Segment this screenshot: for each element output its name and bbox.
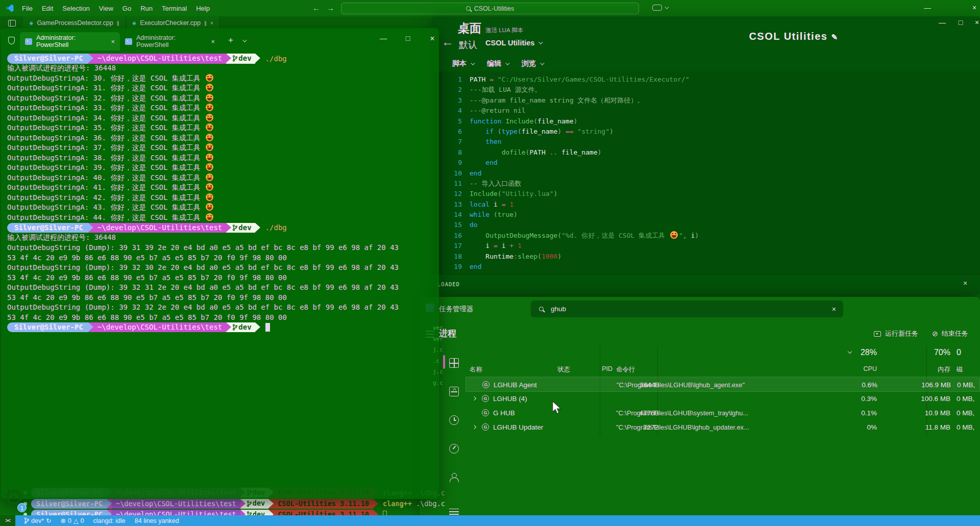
search-input[interactable]: ghub bbox=[551, 305, 566, 313]
close-icon[interactable]: × bbox=[111, 38, 115, 45]
sidebar-item-startup-apps[interactable] bbox=[449, 444, 459, 454]
terminal-output-text: OutputDebugString (Dump): 39 32 32 2e 20… bbox=[7, 303, 399, 311]
menu-item-view[interactable]: View bbox=[94, 5, 118, 12]
mem-total[interactable]: 70% bbox=[886, 348, 950, 357]
column-header-disk[interactable]: 磁 bbox=[957, 365, 963, 374]
column-header-name[interactable]: 名称 bbox=[470, 365, 482, 374]
code-token: , bbox=[683, 231, 691, 241]
script-selector[interactable]: CSOL Utilities bbox=[485, 39, 542, 47]
remote-indicator[interactable]: >< bbox=[0, 515, 15, 526]
column-header-status[interactable]: 状态 bbox=[557, 365, 570, 374]
problems-status[interactable]: ⊗0 △0 bbox=[61, 517, 84, 524]
sidebar-item-details[interactable] bbox=[449, 509, 459, 514]
close-icon[interactable]: × bbox=[210, 20, 213, 26]
code-token: then bbox=[485, 137, 501, 147]
terminal-minimize-button[interactable]: — bbox=[377, 34, 390, 42]
terminal-line: Silver@Silver-PC~\develop\CSOL-Utilities… bbox=[7, 322, 437, 333]
lsp-status[interactable]: clangd: idle bbox=[93, 517, 126, 524]
code-token: ( bbox=[494, 210, 498, 220]
powerline-arrow bbox=[88, 223, 93, 233]
terminal-line: 53 4f 4c 20 e9 9b 86 e6 88 90 e5 b7 a5 e… bbox=[7, 292, 437, 303]
end-task-button[interactable]: ⊘ 结束任务 bbox=[932, 329, 968, 338]
code-line: 15do bbox=[431, 220, 980, 230]
code-line: 1PATH = "C:/Users/Silver/Games/CSOL-Util… bbox=[431, 74, 980, 85]
menu-item-edit[interactable]: Edit bbox=[37, 5, 58, 12]
search-clear-icon[interactable]: × bbox=[832, 305, 836, 313]
console-close-icon[interactable]: × bbox=[963, 279, 967, 287]
split-columns-icon: ∥ bbox=[117, 20, 119, 26]
new-tab-button[interactable]: + bbox=[228, 35, 233, 45]
code-token: do bbox=[470, 220, 478, 230]
menu-item-go[interactable]: Go bbox=[118, 5, 136, 12]
ghub-menu-编辑[interactable]: 编辑 bbox=[487, 59, 508, 68]
ghub-close-button[interactable]: × bbox=[970, 18, 980, 27]
ghub-toolbar: 脚本编辑浏览 bbox=[452, 59, 543, 68]
sidebar-item-performance[interactable] bbox=[449, 387, 459, 396]
command-center[interactable]: CSOL-Utilities bbox=[341, 3, 639, 14]
lua-code-editor[interactable]: 1PATH = "C:/Users/Silver/Games/CSOL-Util… bbox=[431, 71, 980, 274]
branch-status[interactable]: dev* ↻ bbox=[24, 517, 52, 524]
nav-forward-icon[interactable]: → bbox=[327, 4, 334, 12]
vscode-menubar: FileEditSelectionViewGoRunTerminalHelp bbox=[17, 5, 214, 12]
menu-item-help[interactable]: Help bbox=[191, 5, 214, 12]
terminal-content[interactable]: Silver@Silver-PC~\develop\CSOL-Utilities… bbox=[7, 54, 437, 332]
back-arrow-icon[interactable]: ← bbox=[442, 35, 454, 49]
yank-message: 84 lines yanked bbox=[135, 517, 179, 524]
terminal-line: 53 4f 4c 20 e9 9b 86 e6 88 90 e5 b7 a5 e… bbox=[7, 253, 437, 263]
sidebar-item-users[interactable] bbox=[449, 472, 459, 482]
settings-notification[interactable]: ⚙ 1 bbox=[3, 486, 24, 509]
disk-total[interactable]: 0 bbox=[957, 348, 961, 357]
code-line: 2---加载 LUA 源文件。 bbox=[431, 85, 980, 95]
edit-pencil-icon[interactable]: ✎ bbox=[831, 33, 838, 41]
sidebar-item-app-history[interactable] bbox=[449, 415, 459, 425]
terminal-line: OutputDebugStringA: 42. 你好，这是 CSOL 集成工具 bbox=[7, 193, 437, 203]
code-token: ( bbox=[498, 189, 502, 199]
terminal-close-button[interactable]: × bbox=[426, 34, 439, 43]
cpu-total[interactable]: 28% bbox=[813, 348, 877, 357]
device-selector[interactable] bbox=[652, 5, 668, 11]
search-box[interactable]: ghub × bbox=[531, 300, 843, 317]
terminal-line: 输入被调试进程的进程号: 36448 bbox=[7, 233, 437, 243]
sidebar-item-processes[interactable] bbox=[449, 358, 459, 368]
terminal-line: OutputDebugString (Dump): 39 32 31 2e 20… bbox=[7, 283, 437, 293]
grinning-emoji bbox=[206, 143, 213, 151]
code-token: ) bbox=[553, 189, 557, 199]
column-header-mem[interactable]: 内存 bbox=[886, 365, 950, 374]
terminal-output-text: OutputDebugStringA: 44. 你好，这是 CSOL 集成工具 bbox=[7, 213, 214, 222]
table-row[interactable]: GG HUB47768"C:\Program Files\LGHUB\syste… bbox=[465, 406, 980, 420]
tab-dropdown-icon[interactable] bbox=[242, 38, 247, 42]
terminal-tab[interactable]: ›_Administrator: PowerShell× bbox=[120, 32, 220, 51]
table-row[interactable]: GLGHUB Updater7272"C:\Program Files\LGHU… bbox=[465, 420, 980, 435]
expand-chevron-icon[interactable] bbox=[472, 396, 476, 400]
explorer-toggle-icon[interactable] bbox=[8, 20, 16, 27]
ghub-statusbar: LOADED × bbox=[431, 274, 980, 294]
process-cpu: 0% bbox=[831, 420, 877, 435]
column-header-cmd[interactable]: 命令行 bbox=[616, 365, 635, 374]
menu-item-file[interactable]: File bbox=[17, 5, 37, 12]
ghub-menu-浏览[interactable]: 浏览 bbox=[522, 59, 543, 68]
process-cpu: 0.1% bbox=[831, 406, 877, 420]
menu-item-selection[interactable]: Selection bbox=[58, 5, 94, 12]
terminal-tab[interactable]: ›_Administrator: PowerShell× bbox=[20, 32, 120, 51]
expand-chevron-icon[interactable] bbox=[472, 425, 476, 429]
logitech-g-icon: G bbox=[482, 409, 489, 416]
menu-item-terminal[interactable]: Terminal bbox=[157, 5, 191, 12]
terminal-line: OutputDebugString (Dump): 39 32 32 2e 20… bbox=[7, 303, 437, 313]
run-new-task-button[interactable]: 运行新任务 bbox=[874, 329, 918, 338]
ghub-maximize-button[interactable]: □ bbox=[954, 18, 967, 27]
code-line: 5function Include(file_name) bbox=[431, 116, 980, 127]
table-row[interactable]: GLGHUB Agent36448"C:\Program Files\LGHUB… bbox=[465, 378, 980, 392]
close-icon[interactable]: × bbox=[211, 38, 215, 45]
menu-item-run[interactable]: Run bbox=[136, 5, 157, 12]
nav-back-icon[interactable]: ← bbox=[312, 4, 320, 12]
column-header-pid[interactable]: PID bbox=[588, 365, 612, 372]
ghub-window: — □ × ← 桌面 默认 激活 LUA 脚本 CSOL Utilities C… bbox=[431, 16, 980, 294]
ghub-menu-脚本[interactable]: 脚本 bbox=[452, 59, 474, 68]
table-row[interactable]: GLGHUB (4)0.3%100.6 MB0 MB, bbox=[465, 392, 980, 406]
ghub-minimize-button[interactable]: — bbox=[936, 18, 949, 27]
vscode-minimize-button[interactable]: — bbox=[921, 4, 934, 12]
vscode-close-button[interactable]: × bbox=[968, 4, 980, 12]
column-header-cpu[interactable]: CPU bbox=[813, 365, 877, 372]
terminal-maximize-button[interactable]: □ bbox=[401, 34, 414, 42]
terminal-output-text: 输入被调试进程的进程号: 36448 bbox=[7, 233, 116, 242]
